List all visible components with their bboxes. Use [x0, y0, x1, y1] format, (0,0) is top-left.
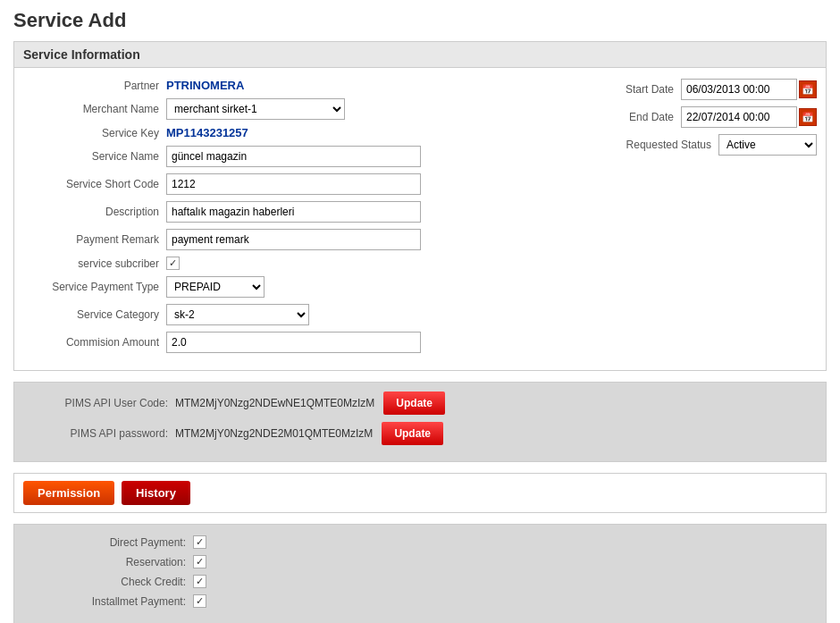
reservation-label: Reservation:	[32, 556, 193, 568]
service-short-code-row: Service Short Code	[23, 173, 540, 195]
payment-remark-row: Payment Remark	[23, 229, 540, 250]
service-key-value: MP1143231257	[166, 126, 248, 139]
partner-value: PTRINOMERA	[166, 79, 244, 92]
start-date-label: Start Date	[574, 83, 681, 96]
requested-status-label: Requested Status	[611, 139, 718, 151]
requested-status-select[interactable]: Active Inactive	[718, 134, 817, 156]
pims-api-user-code-row: PIMS API User Code: MTM2MjY0Nzg2NDEwNE1Q…	[32, 391, 808, 415]
payment-remark-input[interactable]	[166, 229, 421, 250]
service-key-label: Service Key	[23, 127, 166, 139]
start-date-wrap: 📅	[681, 79, 817, 100]
pims-api-password-update-button[interactable]: Update	[382, 422, 443, 445]
direct-payment-checkbox[interactable]	[193, 535, 206, 549]
pims-section: PIMS API User Code: MTM2MjY0Nzg2NDEwNE1Q…	[13, 382, 827, 462]
reservation-row: Reservation:	[32, 555, 808, 568]
partner-row: Partner PTRINOMERA	[23, 79, 540, 92]
service-short-code-input[interactable]	[166, 173, 421, 195]
start-date-calendar-icon[interactable]: 📅	[799, 80, 817, 98]
service-name-input[interactable]	[166, 146, 421, 167]
commision-amount-label: Commision Amount	[23, 336, 166, 349]
merchant-name-label: Merchant Name	[23, 103, 166, 115]
service-subcriber-label: service subcriber	[23, 257, 166, 270]
section-header-service-info: Service Information	[14, 42, 826, 68]
end-date-label: End Date	[574, 111, 681, 123]
start-date-row: Start Date 📅	[540, 79, 817, 100]
left-column: Partner PTRINOMERA Merchant Name merchan…	[23, 79, 540, 359]
installment-payment-row: Installmet Payment:	[32, 594, 808, 608]
merchant-name-select-wrap: merchant sirket-1	[166, 98, 345, 120]
history-button[interactable]: History	[122, 481, 190, 505]
pims-api-user-code-label: PIMS API User Code:	[32, 397, 175, 409]
pims-api-user-code-value: MTM2MjY0Nzg2NDEwNE1QMTE0MzIzM	[175, 397, 374, 409]
service-information-section: Service Information Partner PTRINOMERA M…	[13, 41, 827, 371]
service-category-select[interactable]: sk-2	[166, 304, 309, 325]
right-column: Start Date 📅 End Date 📅	[540, 79, 817, 359]
service-category-row: Service Category sk-2	[23, 304, 540, 325]
direct-payment-row: Direct Payment:	[32, 535, 808, 549]
permission-section: Direct Payment: Reservation: Check Credi…	[13, 524, 827, 623]
service-subcriber-checkbox[interactable]	[166, 257, 180, 270]
check-credit-label: Check Credit:	[32, 576, 193, 588]
merchant-name-row: Merchant Name merchant sirket-1	[23, 98, 540, 120]
installment-payment-label: Installmet Payment:	[32, 595, 193, 608]
end-date-wrap: 📅	[681, 106, 817, 128]
pims-api-user-code-update-button[interactable]: Update	[383, 391, 445, 415]
pims-api-password-label: PIMS API password:	[32, 427, 175, 440]
service-short-code-label: Service Short Code	[23, 178, 166, 190]
service-payment-type-row: Service Payment Type PREPAID	[23, 276, 540, 298]
commision-amount-input[interactable]	[166, 332, 421, 353]
end-date-row: End Date 📅	[540, 106, 817, 128]
section-body: Partner PTRINOMERA Merchant Name merchan…	[14, 68, 826, 370]
service-payment-type-select[interactable]: PREPAID	[166, 276, 265, 298]
description-input[interactable]	[166, 201, 421, 223]
check-credit-row: Check Credit:	[32, 575, 808, 588]
installment-payment-checkbox[interactable]	[193, 594, 206, 608]
end-date-calendar-icon[interactable]: 📅	[799, 108, 817, 126]
requested-status-row: Requested Status Active Inactive	[540, 134, 817, 156]
service-payment-type-label: Service Payment Type	[23, 281, 166, 293]
reservation-checkbox[interactable]	[193, 555, 206, 568]
description-label: Description	[23, 206, 166, 218]
page-title: Service Add	[13, 9, 827, 32]
description-row: Description	[23, 201, 540, 223]
pims-api-password-row: PIMS API password: MTM2MjY0Nzg2NDE2M01QM…	[32, 422, 808, 445]
action-buttons-row: Permission History	[13, 473, 827, 513]
service-name-label: Service Name	[23, 150, 166, 163]
pims-api-password-value: MTM2MjY0Nzg2NDE2M01QMTE0MzIzM	[175, 427, 373, 440]
payment-remark-label: Payment Remark	[23, 233, 166, 246]
two-col-layout: Partner PTRINOMERA Merchant Name merchan…	[23, 79, 817, 359]
service-category-label: Service Category	[23, 308, 166, 321]
start-date-input[interactable]	[681, 79, 797, 100]
service-key-row: Service Key MP1143231257	[23, 126, 540, 139]
merchant-name-select[interactable]: merchant sirket-1	[166, 98, 345, 120]
service-name-row: Service Name	[23, 146, 540, 167]
end-date-input[interactable]	[681, 106, 797, 128]
check-credit-checkbox[interactable]	[193, 575, 206, 588]
commision-amount-row: Commision Amount	[23, 332, 540, 353]
permission-button[interactable]: Permission	[23, 481, 114, 505]
direct-payment-label: Direct Payment:	[32, 536, 193, 549]
service-subcriber-row: service subcriber	[23, 257, 540, 270]
partner-label: Partner	[23, 80, 166, 92]
